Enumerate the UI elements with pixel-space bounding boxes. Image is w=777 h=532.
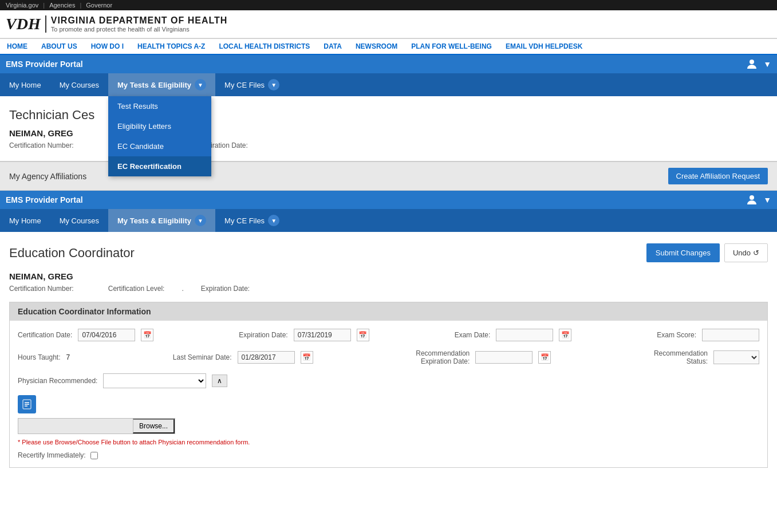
- file-warning: * Please use Browse/Choose File button t…: [18, 439, 759, 446]
- tab-my-courses-2[interactable]: My Courses: [50, 209, 108, 232]
- ec-cert-num-label: Certification Number:: [9, 285, 74, 293]
- physician-row: Physician Recommended: ∧: [18, 373, 759, 388]
- portal-title-1: EMS Provider Portal: [6, 60, 83, 69]
- rec-expiry-label: RecommendationExpiration Date:: [416, 349, 470, 365]
- ec-name: NEIMAN, GREG: [9, 271, 768, 281]
- nav-about[interactable]: ABOUT US: [40, 39, 78, 54]
- ec-info-box: Education Coordinator Information Certif…: [9, 302, 768, 468]
- portal-dropdown-arrow-1[interactable]: ▼: [763, 60, 771, 69]
- exam-date-input[interactable]: [496, 329, 553, 341]
- education-coordinator-section: Education Coordinator Submit Changes Und…: [0, 232, 777, 479]
- last-seminar-cal-icon[interactable]: 📅: [301, 351, 313, 364]
- tab-my-ce-files-2[interactable]: My CE Files ▼: [215, 209, 289, 232]
- gov-site-name: Virginia.gov: [6, 2, 38, 9]
- svg-point-1: [750, 195, 754, 200]
- undo-button[interactable]: Undo ↺: [724, 243, 768, 262]
- exam-score-input[interactable]: [702, 329, 759, 341]
- person-icon-1: [746, 58, 758, 70]
- hours-taught-value: 7: [66, 353, 70, 361]
- recertify-label: Recertify Immediately:: [18, 451, 86, 459]
- physician-expand-button[interactable]: ∧: [212, 375, 227, 387]
- cert-date-input[interactable]: [78, 329, 135, 341]
- portal-icons-1: ▼: [746, 58, 771, 70]
- gov-link-agencies[interactable]: Agencies: [49, 2, 75, 9]
- tab-my-courses-1[interactable]: My Courses: [50, 73, 108, 96]
- portal-title-2: EMS Provider Portal: [6, 195, 83, 204]
- ce-chevron-1: ▼: [268, 79, 279, 90]
- rec-status-label: RecommendationStatus:: [654, 349, 708, 365]
- vdh-logo: VDH VIRGINIA DEPARTMENT OF HEALTH To pro…: [6, 15, 227, 33]
- expiry-date-cal-icon[interactable]: 📅: [357, 329, 369, 341]
- expiry-date-label2: Expiration Date:: [239, 331, 287, 339]
- tests-chevron-1: ▼: [195, 79, 206, 90]
- tab-my-ce-files-1[interactable]: My CE Files ▼: [215, 73, 289, 96]
- pdf-icon: [18, 395, 36, 413]
- cert-date-cal-icon[interactable]: 📅: [141, 329, 153, 341]
- dept-name: VIRGINIA DEPARTMENT OF HEALTH: [51, 15, 228, 26]
- portal-tabs-1: My Home My Courses My Tests & Eligibilit…: [0, 73, 777, 96]
- portal-bar-2: EMS Provider Portal ▼: [0, 191, 777, 209]
- create-affiliation-button[interactable]: Create Affiliation Request: [668, 168, 768, 184]
- nav-home[interactable]: HOME: [6, 39, 29, 54]
- portal-icons-2: ▼: [746, 194, 771, 206]
- nav-newsroom[interactable]: NEWSROOM: [354, 39, 399, 54]
- tab-tests-dropdown-1: My Tests & Eligibility ▼ Test Results El…: [108, 73, 215, 96]
- rec-expiry-cal-icon[interactable]: 📅: [538, 351, 551, 364]
- tab-my-tests-1[interactable]: My Tests & Eligibility ▼: [108, 73, 215, 96]
- portal-tabs-2: My Home My Courses My Tests & Eligibilit…: [0, 209, 777, 232]
- tab-my-home-2[interactable]: My Home: [0, 209, 50, 232]
- dept-sub: To promote and protect the health of all…: [51, 26, 228, 33]
- physician-select[interactable]: [103, 373, 206, 388]
- gov-bar: Virginia.gov | Agencies | Governor: [0, 0, 777, 10]
- undo-icon: ↺: [753, 249, 759, 257]
- ce-chevron-2: ▼: [268, 215, 279, 226]
- ec-info-box-body: Certification Date: 📅 Expiration Date: 📅…: [10, 321, 767, 467]
- ec-cert-level-value: .: [182, 285, 183, 293]
- tab-my-home-1[interactable]: My Home: [0, 73, 50, 96]
- expiry-date-input[interactable]: [294, 329, 351, 341]
- dd-eligibility-letters[interactable]: Eligibility Letters: [108, 116, 211, 136]
- ec-buttons: Submit Changes Undo ↺: [646, 243, 768, 262]
- rec-expiry-input[interactable]: [475, 351, 533, 364]
- file-upload-row: Browse...: [18, 418, 759, 434]
- dd-ec-recertification[interactable]: EC Recertification: [108, 156, 211, 176]
- person-icon-2: [746, 194, 758, 206]
- portal-dropdown-arrow-2[interactable]: ▼: [763, 195, 771, 204]
- ec-cert-line: Certification Number: Certification Leve…: [9, 285, 768, 293]
- recertify-checkbox[interactable]: [90, 452, 98, 459]
- nav-data[interactable]: DATA: [322, 39, 343, 54]
- ec-cert-level-label: Certification Level:: [108, 285, 165, 293]
- vdh-logo-text: VDH: [6, 15, 41, 33]
- nav-health-topics[interactable]: HEALTH TOPICS A-Z: [136, 39, 206, 54]
- affiliations-title: My Agency Affiliations: [9, 172, 86, 181]
- exam-score-label: Exam Score:: [657, 331, 696, 339]
- vdh-logo-details: VIRGINIA DEPARTMENT OF HEALTH To promote…: [45, 15, 228, 33]
- ec-header: Education Coordinator Submit Changes Und…: [9, 243, 768, 262]
- last-seminar-input[interactable]: [238, 351, 295, 364]
- dd-test-results[interactable]: Test Results: [108, 96, 211, 116]
- recertify-row: Recertify Immediately:: [18, 451, 759, 459]
- tab-my-tests-2[interactable]: My Tests & Eligibility ▼: [108, 209, 215, 232]
- browse-input-text: [18, 424, 133, 428]
- nav-helpdesk[interactable]: EMAIL VDH HELPDESK: [504, 39, 583, 54]
- nav-local-health[interactable]: LOCAL HEALTH DISTRICTS: [218, 39, 311, 54]
- tests-dropdown-menu-1: Test Results Eligibility Letters EC Cand…: [108, 96, 211, 176]
- nav-how-do-i[interactable]: HOW DO I: [90, 39, 125, 54]
- gov-link-governor[interactable]: Governor: [86, 2, 112, 9]
- physician-label: Physician Recommended:: [18, 377, 97, 385]
- ec-info-row-1: Certification Date: 📅 Expiration Date: 📅…: [18, 329, 759, 341]
- browse-input-container: Browse...: [18, 418, 175, 434]
- dd-ec-candidate[interactable]: EC Candidate: [108, 136, 211, 156]
- submit-changes-button[interactable]: Submit Changes: [646, 243, 720, 262]
- tests-chevron-2: ▼: [195, 215, 206, 226]
- ec-info-box-header: Education Coordinator Information: [10, 302, 767, 321]
- nav-wellbeing[interactable]: PLAN FOR WELL-BEING: [410, 39, 493, 54]
- svg-point-0: [750, 60, 754, 64]
- browse-button[interactable]: Browse...: [133, 419, 175, 434]
- file-row: [18, 395, 759, 413]
- ec-expiry-label: Expiration Date:: [201, 285, 250, 293]
- hours-taught-label: Hours Taught:: [18, 353, 61, 361]
- rec-status-select[interactable]: [713, 350, 759, 364]
- portal-bar-1: EMS Provider Portal ▼: [0, 55, 777, 73]
- exam-date-cal-icon[interactable]: 📅: [559, 329, 571, 341]
